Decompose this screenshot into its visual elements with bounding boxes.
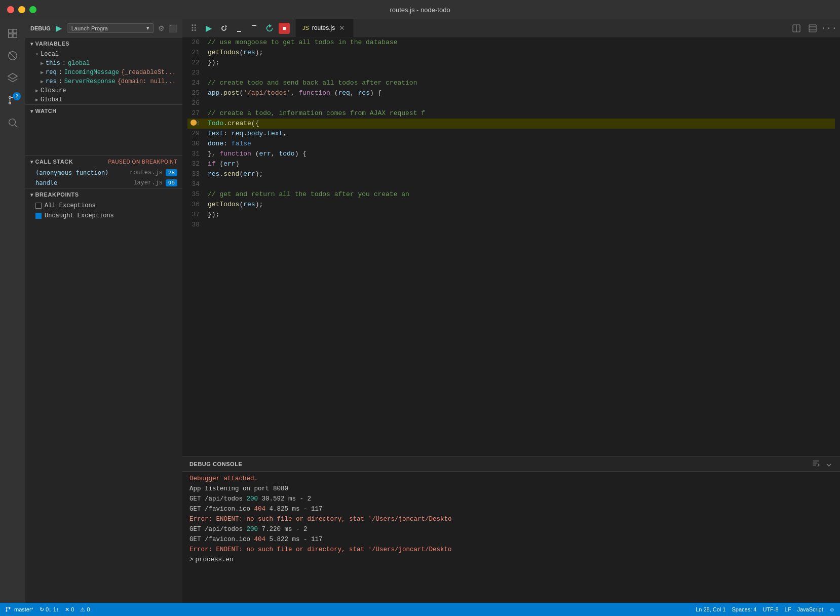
status-sync[interactable]: ↻ 0↓ 1↑	[40, 606, 59, 613]
status-errors[interactable]: ✕ 0	[65, 606, 74, 613]
console-input-line[interactable]: > process.en	[189, 555, 833, 565]
breakpoints-header[interactable]: ▾ BREAKPOINTS	[25, 188, 182, 201]
git-icon[interactable]: 2	[3, 90, 23, 110]
status-line-ending[interactable]: LF	[785, 606, 791, 612]
activity-bar: 2	[0, 19, 25, 603]
six-dots-button[interactable]: ⠿	[187, 22, 200, 34]
watch-body	[25, 117, 182, 152]
tab-and-debug-bar: ⠿ ▶	[182, 19, 840, 37]
js-file-icon: JS	[302, 25, 309, 31]
console-line-favicon2: GET /favicon.ico 404 5.822 ms - 117	[189, 534, 833, 545]
more-actions-icon[interactable]: ···	[823, 22, 835, 34]
status-encoding[interactable]: UTF-8	[762, 606, 778, 612]
bp-uncaught-exceptions[interactable]: Uncaught Exceptions	[25, 211, 182, 221]
bp-checkbox-uncaught[interactable]	[35, 213, 42, 219]
debug-settings-button[interactable]: ⚙	[158, 24, 165, 32]
var-res[interactable]: ▶ res: ServerResponse {domain: null...	[25, 77, 182, 86]
svg-point-24	[6, 610, 8, 612]
svg-line-5	[9, 52, 16, 59]
console-icons	[812, 459, 833, 469]
step-into-button[interactable]	[233, 22, 245, 34]
status-branch[interactable]: master*	[5, 606, 33, 612]
code-line-35: 35 // get and return all the todos after…	[187, 189, 835, 200]
window-title: routes.js - node-todo	[390, 6, 450, 14]
clear-console-icon[interactable]	[812, 459, 820, 469]
breakpoint-dot	[190, 120, 197, 126]
tab-routes-js[interactable]: JS routes.js ✕	[295, 19, 354, 37]
code-line-24: 24 // create todo and send back all todo…	[187, 78, 835, 88]
status-spaces[interactable]: Spaces: 4	[732, 606, 756, 612]
code-line-28: 28 Todo.create({	[187, 119, 835, 129]
closure-scope[interactable]: ▶ Closure	[25, 86, 182, 95]
status-position[interactable]: Ln 28, Col 1	[696, 606, 726, 612]
debug-label: DEBUG	[30, 25, 51, 31]
code-line-34: 34	[187, 179, 835, 189]
var-this[interactable]: ▶ this: global	[25, 59, 182, 68]
svg-point-10	[9, 119, 16, 126]
editor-area: ⠿ ▶	[182, 19, 840, 603]
no-symbol-icon[interactable]	[3, 46, 23, 66]
var-req[interactable]: ▶ req: IncomingMessage {_readableSt...	[25, 68, 182, 77]
code-content: 20 // use mongoose to get all todos in t…	[182, 37, 840, 456]
console-input[interactable]: process.en	[196, 555, 234, 565]
console-line-listening: App listening on port 8080	[189, 484, 833, 494]
svg-line-11	[15, 125, 17, 127]
variables-header[interactable]: ▾ VARIABLES	[25, 37, 182, 50]
stack-item-handle[interactable]: handle layer.js 95	[25, 178, 182, 188]
bp-all-exceptions[interactable]: All Exceptions	[25, 201, 182, 211]
bp-checkbox-all[interactable]	[35, 203, 42, 209]
restart-button[interactable]	[263, 22, 276, 34]
code-line-21: 21 getTodos(res);	[187, 48, 835, 58]
layout-icon[interactable]	[807, 22, 819, 34]
step-over-button[interactable]	[218, 22, 230, 34]
maximize-button[interactable]	[29, 6, 36, 13]
call-stack-section: ▾ CALL STACK PAUSED ON BREAKPOINT (anony…	[25, 155, 182, 188]
console-header: DEBUG CONSOLE	[182, 456, 840, 472]
search-icon[interactable]	[3, 112, 23, 133]
split-editor-icon[interactable]	[790, 22, 803, 34]
tab-label: routes.js	[312, 24, 335, 31]
branch-name: master*	[14, 606, 33, 612]
minimize-button[interactable]	[18, 6, 25, 13]
stack-item-anonymous[interactable]: (anonymous function) routes.js 28	[25, 168, 182, 178]
window-controls[interactable]	[7, 6, 36, 13]
breakpoints-section: ▾ BREAKPOINTS All Exceptions Uncaught Ex…	[25, 188, 182, 221]
code-line-29: 29 text: req.body.text,	[187, 129, 835, 139]
local-scope[interactable]: ▾ Local	[25, 50, 182, 59]
console-line-get2: GET /api/todos 200 7.220 ms - 2	[189, 524, 833, 534]
close-button[interactable]	[7, 6, 14, 13]
layers-icon[interactable]	[3, 68, 23, 88]
code-line-27: 27 // create a todo, information comes f…	[187, 108, 835, 119]
variables-section: ▾ VARIABLES ▾ Local ▶ this: global ▶ req…	[25, 37, 182, 104]
debug-terminal-button[interactable]: ⬛	[169, 24, 177, 32]
code-line-32: 32 if (err)	[187, 159, 835, 169]
status-face[interactable]: ☺	[829, 606, 835, 612]
status-language[interactable]: JavaScript	[797, 606, 823, 612]
status-bar: master* ↻ 0↓ 1↑ ✕ 0 ⚠ 0 Ln 28, Col 1 Spa…	[0, 603, 840, 616]
console-body[interactable]: Debugger attached. App listening on port…	[182, 472, 840, 603]
debug-config-selector[interactable]: Launch Progra ▾	[67, 23, 154, 33]
collapse-console-icon[interactable]	[825, 459, 833, 469]
watch-section: ▾ WATCH	[25, 104, 182, 155]
console-line-error1: Error: ENOENT: no such file or directory…	[189, 514, 833, 524]
svg-rect-0	[9, 29, 12, 33]
step-out-button[interactable]	[248, 22, 260, 34]
status-warnings[interactable]: ⚠ 0	[80, 606, 90, 613]
close-tab-button[interactable]: ✕	[338, 24, 346, 32]
explorer-icon[interactable]	[3, 23, 23, 44]
call-stack-header[interactable]: ▾ CALL STACK PAUSED ON BREAKPOINT	[25, 156, 182, 168]
code-line-25: 25 app.post('/api/todos', function (req,…	[187, 88, 835, 98]
svg-rect-2	[9, 34, 12, 37]
code-line-22: 22 });	[187, 58, 835, 68]
status-right: Ln 28, Col 1 Spaces: 4 UTF-8 LF JavaScri…	[696, 606, 835, 612]
code-line-31: 31 }, function (err, todo) {	[187, 149, 835, 159]
stop-button[interactable]: ■	[279, 23, 290, 34]
global-scope[interactable]: ▶ Global	[25, 95, 182, 104]
continue-button[interactable]: ▶	[203, 22, 215, 34]
watch-header[interactable]: ▾ WATCH	[25, 105, 182, 117]
code-editor[interactable]: 20 // use mongoose to get all todos in t…	[182, 37, 840, 456]
svg-rect-3	[13, 34, 17, 37]
console-line-get1: GET /api/todos 200 30.592 ms - 2	[189, 494, 833, 504]
code-lines: 20 // use mongoose to get all todos in t…	[182, 37, 840, 456]
start-debug-button[interactable]: ▶	[55, 22, 63, 34]
